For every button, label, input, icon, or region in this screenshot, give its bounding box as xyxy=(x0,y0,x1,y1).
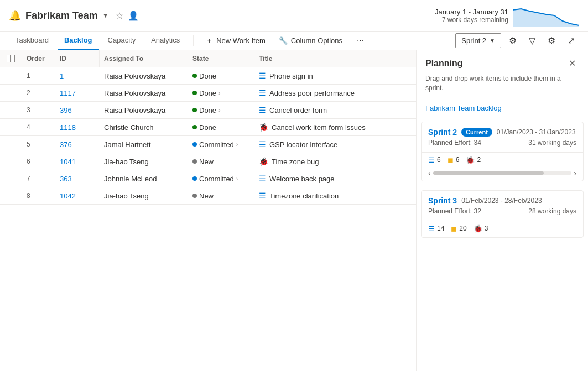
cell-id[interactable]: 1117 xyxy=(55,85,100,101)
sprint-name-row: Sprint 2 Current 01/Jan/2023 - 31/Jan/20… xyxy=(428,128,576,137)
sprint3-bug-count: 🐞 3 xyxy=(473,224,488,233)
cell-assigned: Raisa Pokrovskaya xyxy=(100,85,188,101)
sprint-effort-sprint2: Planned Effort: 34 31 working days xyxy=(428,139,576,147)
story-icon: ☰ xyxy=(259,106,266,114)
sprint-name-sprint2[interactable]: Sprint 2 xyxy=(428,128,457,137)
sprint2-story-count: ☰ 6 xyxy=(428,156,441,164)
sprint3-stories: 14 xyxy=(437,224,444,232)
story-icon: ☰ xyxy=(428,156,435,164)
sprint-card-sprint2: Sprint 2 Current 01/Jan/2023 - 31/Jan/20… xyxy=(421,122,584,181)
cell-id[interactable]: 376 xyxy=(55,137,100,153)
cell-order: 7 xyxy=(22,171,55,186)
svg-marker-0 xyxy=(513,9,579,27)
expand-button[interactable]: ⤢ xyxy=(563,33,579,49)
cell-order: 8 xyxy=(22,188,55,203)
header-right: January 1 - January 31 7 work days remai… xyxy=(435,4,579,27)
chevron-right-icon: › xyxy=(218,90,221,96)
tab-separator xyxy=(193,35,194,46)
cell-checkbox xyxy=(0,158,22,165)
cell-state: New xyxy=(188,154,254,170)
bug-icon: 🐞 xyxy=(473,224,482,233)
cell-order: 2 xyxy=(22,85,55,101)
sprint-selector[interactable]: Sprint 2 ▼ xyxy=(455,33,501,48)
team-name[interactable]: Fabrikam Team xyxy=(25,10,98,22)
checkbox-1[interactable] xyxy=(7,55,11,62)
tab-backlog[interactable]: Backlog xyxy=(58,32,99,50)
table-row: 8 1042 Jia-hao Tseng New ☰ Timezone clar… xyxy=(0,187,416,205)
cell-assigned: Johnnie McLeod xyxy=(100,171,188,187)
chevron-right-icon: › xyxy=(236,175,238,182)
col-header-state: State xyxy=(188,50,254,67)
task-icon: ◼ xyxy=(447,156,454,164)
chevron-right-icon: › xyxy=(236,141,238,148)
cell-title: ☰ Welcome back page xyxy=(254,170,416,187)
bug-icon: 🐞 xyxy=(259,123,268,132)
filter-button[interactable]: ▽ xyxy=(524,33,540,49)
cell-title: ☰ Address poor performance xyxy=(254,85,416,101)
cell-id[interactable]: 1041 xyxy=(55,154,100,170)
state-dot xyxy=(192,108,197,112)
backlog-panel: Order ID Assigned To State Title 1 1 Rai… xyxy=(0,50,417,371)
sprint3-effort-label: Planned Effort: 32 xyxy=(428,207,481,215)
planning-panel: Planning ✕ Drag and drop work items to i… xyxy=(417,50,588,371)
table-checkboxes xyxy=(4,55,17,62)
cell-checkbox xyxy=(0,89,22,97)
cell-id[interactable]: 396 xyxy=(55,102,100,118)
tab-capacity[interactable]: Capacity xyxy=(101,32,143,50)
sprint3-name-row: Sprint 3 01/Feb/2023 - 28/Feb/2023 xyxy=(428,196,576,205)
cell-state: Committed › xyxy=(188,137,254,153)
tab-analytics[interactable]: Analytics xyxy=(144,32,186,50)
cell-assigned: Jia-hao Tseng xyxy=(100,188,188,204)
cell-assigned: Raisa Pokrovskaya xyxy=(100,102,188,118)
planning-title: Planning xyxy=(425,59,463,69)
sprint3-working-days: 28 working days xyxy=(528,207,576,215)
new-work-item-button[interactable]: ＋ New Work Item xyxy=(200,33,271,49)
close-planning-button[interactable]: ✕ xyxy=(565,57,579,70)
cell-checkbox xyxy=(0,106,22,114)
planning-description: Drag and drop work items to include them… xyxy=(417,72,588,100)
more-options-button[interactable]: ⋯ xyxy=(352,34,368,48)
wrench-icon: 🔧 xyxy=(279,36,288,45)
scroll-left-button[interactable]: ‹ xyxy=(428,169,431,177)
settings-filter-button[interactable]: ⚙ xyxy=(504,33,521,49)
sprint2-tasks: 6 xyxy=(456,156,460,164)
sprint-name-sprint3[interactable]: Sprint 3 xyxy=(428,196,457,205)
backlog-link[interactable]: Fabrikam Team backlog xyxy=(417,100,588,117)
column-options-label: Column Options xyxy=(291,36,342,45)
story-icon: ☰ xyxy=(259,140,266,149)
chevron-down-icon[interactable]: ▼ xyxy=(102,12,109,19)
cell-title: ☰ Cancel order form xyxy=(254,102,416,118)
table-header: Order ID Assigned To State Title xyxy=(0,50,416,67)
scroll-right-button[interactable]: › xyxy=(574,169,576,177)
sprint2-stories: 6 xyxy=(437,156,441,164)
state-dot xyxy=(192,91,197,95)
table-row: 6 1041 Jia-hao Tseng New 🐞 Time zone bug xyxy=(0,153,416,170)
cell-id[interactable]: 1118 xyxy=(55,119,100,135)
cell-id[interactable]: 363 xyxy=(55,171,100,187)
more-icon: ⋯ xyxy=(357,36,364,45)
cell-id[interactable]: 1042 xyxy=(55,188,100,204)
col-header-checkboxes xyxy=(0,50,22,67)
date-range-text: January 1 - January 31 xyxy=(435,8,508,16)
col-header-order: Order xyxy=(22,50,55,67)
star-icon[interactable]: ☆ xyxy=(116,11,123,21)
story-icon: ☰ xyxy=(428,224,435,233)
state-dot xyxy=(192,142,197,147)
story-icon: ☰ xyxy=(259,71,266,80)
cell-checkbox xyxy=(0,140,22,148)
sprint-chevron-icon: ▼ xyxy=(490,38,495,44)
tab-taskboard[interactable]: Taskboard xyxy=(9,32,55,50)
sprint2-scrollbar[interactable] xyxy=(433,171,572,175)
column-options-button[interactable]: 🔧 Column Options xyxy=(273,34,348,48)
gear-button[interactable]: ⚙ xyxy=(543,33,560,49)
cell-order: 3 xyxy=(22,102,55,118)
main-content: Order ID Assigned To State Title 1 1 Rai… xyxy=(0,50,588,371)
person-add-icon[interactable]: 👤 xyxy=(128,11,139,21)
checkbox-2[interactable] xyxy=(12,55,15,62)
cell-title: 🐞 Time zone bug xyxy=(254,153,416,170)
sprint3-bugs: 3 xyxy=(485,224,488,232)
new-work-item-label: New Work Item xyxy=(216,36,266,45)
header-left: 🔔 Fabrikam Team ▼ ☆ 👤 xyxy=(9,9,139,22)
cell-id[interactable]: 1 xyxy=(55,68,100,84)
sprint-items-sprint2: ☰ 6 ◼ 6 🐞 2 xyxy=(422,152,583,169)
